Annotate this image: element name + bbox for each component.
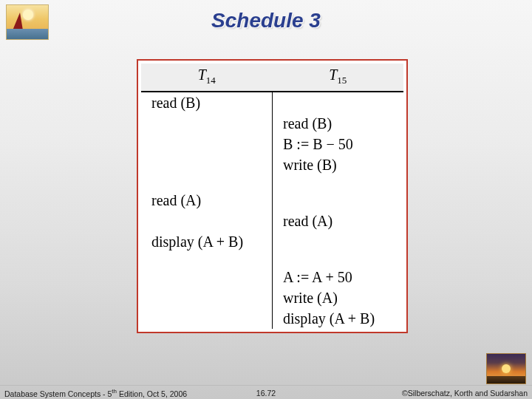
table-row [141,175,403,190]
cell-t15: write (A) [273,287,404,308]
table-row: read (A) [141,190,403,211]
column-header-t14: T14 [141,64,273,92]
table-row: write (B) [141,154,403,175]
cell-t15 [273,190,404,211]
cell-t15: read (A) [273,211,404,231]
schedule-body: read (B)read (B)B := B − 50write (B)read… [141,92,403,329]
schedule-table-container: T14 T15 read (B)read (B)B := B − 50write… [137,59,408,333]
table-row: write (A) [141,287,403,308]
sunset-logo-icon [486,353,526,384]
schedule-table: T14 T15 read (B)read (B)B := B − 50write… [141,64,403,329]
table-row: read (B) [141,92,403,113]
footer: Database System Concepts - 5th Edition, … [0,386,532,398]
cell-t15: B := B − 50 [273,134,404,154]
table-row: read (A) [141,211,403,231]
cell-t14: read (B) [141,92,273,113]
cell-t15 [273,175,404,190]
cell-t15: A := A + 50 [273,267,404,287]
table-row: display (A + B) [141,231,403,252]
table-row: B := B − 50 [141,134,403,154]
cell-t14 [141,287,273,308]
cell-t15: read (B) [273,113,404,134]
cell-t14 [141,308,273,329]
slide: Schedule 3 T14 T15 read (B)read (B)B := … [0,0,532,399]
cell-t15 [273,92,404,113]
cell-t14: display (A + B) [141,231,273,252]
cell-t14 [141,175,273,190]
cell-t15: display (A + B) [273,308,404,329]
cell-t15: write (B) [273,154,404,175]
cell-t14 [141,252,273,267]
table-row: display (A + B) [141,308,403,329]
cell-t14 [141,113,273,134]
table-row [141,252,403,267]
cell-t14 [141,211,273,231]
footer-copyright: ©Silberschatz, Korth and Sudarshan [402,389,528,398]
cell-t14 [141,154,273,175]
table-row: A := A + 50 [141,267,403,287]
page-title: Schedule 3 [0,9,532,33]
cell-t15 [273,252,404,267]
table-row: read (B) [141,113,403,134]
column-header-t15: T15 [273,64,404,92]
cell-t14 [141,134,273,154]
cell-t15 [273,231,404,252]
cell-t14 [141,267,273,287]
cell-t14: read (A) [141,190,273,211]
